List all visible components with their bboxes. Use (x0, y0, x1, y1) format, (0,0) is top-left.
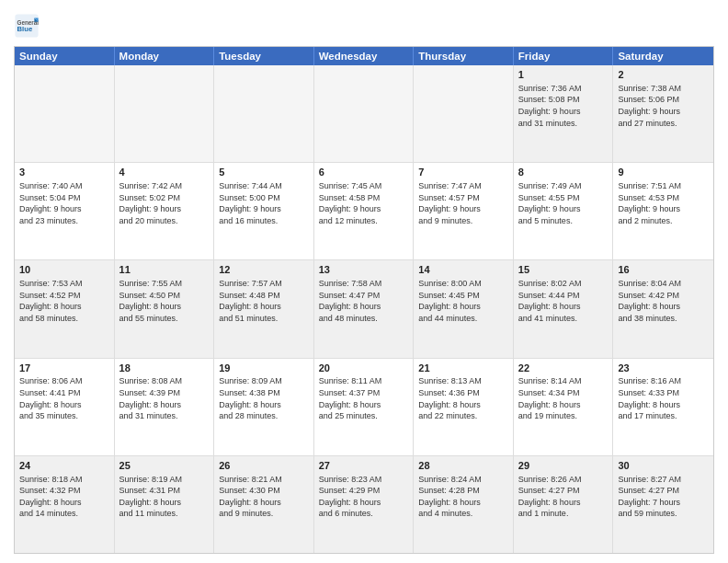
cell-info: Sunrise: 7:36 AM Sunset: 5:08 PM Dayligh… (518, 83, 609, 129)
day-number: 14 (418, 263, 508, 277)
calendar-cell-11: 11Sunrise: 7:55 AM Sunset: 4:50 PM Dayli… (115, 260, 215, 357)
calendar-cell-empty-0-0 (15, 65, 115, 162)
calendar-cell-empty-0-3 (314, 65, 415, 162)
header-day-tuesday: Tuesday (214, 47, 314, 65)
cell-info: Sunrise: 8:16 AM Sunset: 4:33 PM Dayligh… (618, 375, 709, 421)
calendar-cell-4: 4Sunrise: 7:42 AM Sunset: 5:02 PM Daylig… (115, 163, 215, 259)
day-number: 2 (618, 68, 709, 82)
calendar-cell-28: 28Sunrise: 8:24 AM Sunset: 4:28 PM Dayli… (414, 456, 514, 553)
cell-info: Sunrise: 7:49 AM Sunset: 4:55 PM Dayligh… (518, 180, 609, 226)
cell-info: Sunrise: 8:14 AM Sunset: 4:34 PM Dayligh… (518, 375, 609, 421)
day-number: 15 (518, 263, 609, 277)
calendar-cell-30: 30Sunrise: 8:27 AM Sunset: 4:27 PM Dayli… (613, 456, 713, 553)
cell-info: Sunrise: 8:21 AM Sunset: 4:30 PM Dayligh… (219, 474, 309, 520)
calendar-cell-26: 26Sunrise: 8:21 AM Sunset: 4:30 PM Dayli… (214, 456, 314, 553)
header-day-thursday: Thursday (414, 47, 514, 65)
day-number: 30 (618, 459, 709, 473)
day-number: 27 (319, 459, 409, 473)
header-day-wednesday: Wednesday (314, 47, 415, 65)
cell-info: Sunrise: 8:08 AM Sunset: 4:39 PM Dayligh… (119, 375, 210, 421)
cell-info: Sunrise: 7:58 AM Sunset: 4:47 PM Dayligh… (319, 278, 409, 324)
cell-info: Sunrise: 8:24 AM Sunset: 4:28 PM Dayligh… (418, 474, 508, 520)
calendar-cell-19: 19Sunrise: 8:09 AM Sunset: 4:38 PM Dayli… (214, 359, 314, 455)
calendar-cell-25: 25Sunrise: 8:19 AM Sunset: 4:31 PM Dayli… (115, 456, 215, 553)
cell-info: Sunrise: 8:11 AM Sunset: 4:37 PM Dayligh… (319, 375, 409, 421)
cell-info: Sunrise: 8:23 AM Sunset: 4:29 PM Dayligh… (319, 474, 409, 520)
cell-info: Sunrise: 8:00 AM Sunset: 4:45 PM Dayligh… (418, 278, 508, 324)
day-number: 10 (19, 263, 109, 277)
day-number: 21 (418, 362, 508, 375)
calendar-cell-29: 29Sunrise: 8:26 AM Sunset: 4:27 PM Dayli… (514, 456, 614, 553)
calendar: SundayMondayTuesdayWednesdayThursdayFrid… (14, 46, 714, 554)
calendar-cell-7: 7Sunrise: 7:47 AM Sunset: 4:57 PM Daylig… (414, 163, 514, 259)
logo-icon: General Blue (14, 13, 40, 39)
cell-info: Sunrise: 7:44 AM Sunset: 5:00 PM Dayligh… (219, 180, 309, 226)
day-number: 25 (119, 459, 210, 473)
calendar-cell-13: 13Sunrise: 7:58 AM Sunset: 4:47 PM Dayli… (314, 260, 415, 357)
logo: General Blue (14, 13, 43, 39)
calendar-cell-24: 24Sunrise: 8:18 AM Sunset: 4:32 PM Dayli… (15, 456, 115, 553)
cell-info: Sunrise: 7:45 AM Sunset: 4:58 PM Dayligh… (319, 180, 409, 226)
cell-info: Sunrise: 7:55 AM Sunset: 4:50 PM Dayligh… (119, 278, 210, 324)
calendar-cell-15: 15Sunrise: 8:02 AM Sunset: 4:44 PM Dayli… (514, 260, 614, 357)
day-number: 9 (618, 166, 709, 179)
day-number: 8 (518, 166, 609, 179)
calendar-cell-18: 18Sunrise: 8:08 AM Sunset: 4:39 PM Dayli… (115, 359, 215, 455)
calendar-cell-21: 21Sunrise: 8:13 AM Sunset: 4:36 PM Dayli… (414, 359, 514, 455)
calendar-body: 1Sunrise: 7:36 AM Sunset: 5:08 PM Daylig… (15, 65, 713, 553)
day-number: 28 (418, 459, 508, 473)
cell-info: Sunrise: 7:42 AM Sunset: 5:02 PM Dayligh… (119, 180, 210, 226)
calendar-cell-23: 23Sunrise: 8:16 AM Sunset: 4:33 PM Dayli… (613, 359, 713, 455)
header-day-saturday: Saturday (613, 47, 713, 65)
calendar-cell-16: 16Sunrise: 8:04 AM Sunset: 4:42 PM Dayli… (613, 260, 713, 357)
day-number: 3 (19, 166, 109, 179)
calendar-cell-2: 2Sunrise: 7:38 AM Sunset: 5:06 PM Daylig… (613, 65, 713, 162)
calendar-cell-20: 20Sunrise: 8:11 AM Sunset: 4:37 PM Dayli… (314, 359, 415, 455)
cell-info: Sunrise: 8:26 AM Sunset: 4:27 PM Dayligh… (518, 474, 609, 520)
day-number: 6 (319, 166, 409, 179)
cell-info: Sunrise: 8:04 AM Sunset: 4:42 PM Dayligh… (618, 278, 709, 324)
cell-info: Sunrise: 8:02 AM Sunset: 4:44 PM Dayligh… (518, 278, 609, 324)
day-number: 5 (219, 166, 309, 179)
calendar-cell-empty-0-2 (214, 65, 314, 162)
day-number: 24 (19, 459, 109, 473)
day-number: 18 (119, 362, 210, 375)
calendar-cell-empty-0-1 (115, 65, 215, 162)
calendar-row-0: 1Sunrise: 7:36 AM Sunset: 5:08 PM Daylig… (15, 65, 713, 162)
calendar-cell-27: 27Sunrise: 8:23 AM Sunset: 4:29 PM Dayli… (314, 456, 415, 553)
cell-info: Sunrise: 7:40 AM Sunset: 5:04 PM Dayligh… (19, 180, 109, 226)
day-number: 29 (518, 459, 609, 473)
cell-info: Sunrise: 7:51 AM Sunset: 4:53 PM Dayligh… (618, 180, 709, 226)
day-number: 13 (319, 263, 409, 277)
day-number: 4 (119, 166, 210, 179)
calendar-cell-8: 8Sunrise: 7:49 AM Sunset: 4:55 PM Daylig… (514, 163, 614, 259)
calendar-cell-12: 12Sunrise: 7:57 AM Sunset: 4:48 PM Dayli… (214, 260, 314, 357)
day-number: 17 (19, 362, 109, 375)
day-number: 22 (518, 362, 609, 375)
calendar-header: SundayMondayTuesdayWednesdayThursdayFrid… (15, 47, 713, 65)
header-day-monday: Monday (115, 47, 215, 65)
day-number: 11 (119, 263, 210, 277)
calendar-cell-empty-0-4 (414, 65, 514, 162)
calendar-row-3: 17Sunrise: 8:06 AM Sunset: 4:41 PM Dayli… (15, 358, 713, 455)
calendar-row-1: 3Sunrise: 7:40 AM Sunset: 5:04 PM Daylig… (15, 162, 713, 259)
cell-info: Sunrise: 8:19 AM Sunset: 4:31 PM Dayligh… (119, 474, 210, 520)
calendar-cell-3: 3Sunrise: 7:40 AM Sunset: 5:04 PM Daylig… (15, 163, 115, 259)
header-day-friday: Friday (514, 47, 614, 65)
calendar-cell-17: 17Sunrise: 8:06 AM Sunset: 4:41 PM Dayli… (15, 359, 115, 455)
calendar-cell-9: 9Sunrise: 7:51 AM Sunset: 4:53 PM Daylig… (613, 163, 713, 259)
cell-info: Sunrise: 8:13 AM Sunset: 4:36 PM Dayligh… (418, 375, 508, 421)
cell-info: Sunrise: 7:47 AM Sunset: 4:57 PM Dayligh… (418, 180, 508, 226)
day-number: 20 (319, 362, 409, 375)
cell-info: Sunrise: 7:38 AM Sunset: 5:06 PM Dayligh… (618, 83, 709, 129)
cell-info: Sunrise: 8:18 AM Sunset: 4:32 PM Dayligh… (19, 474, 109, 520)
day-number: 7 (418, 166, 508, 179)
cell-info: Sunrise: 7:53 AM Sunset: 4:52 PM Dayligh… (19, 278, 109, 324)
calendar-cell-22: 22Sunrise: 8:14 AM Sunset: 4:34 PM Dayli… (514, 359, 614, 455)
calendar-cell-10: 10Sunrise: 7:53 AM Sunset: 4:52 PM Dayli… (15, 260, 115, 357)
day-number: 16 (618, 263, 709, 277)
calendar-cell-5: 5Sunrise: 7:44 AM Sunset: 5:00 PM Daylig… (214, 163, 314, 259)
day-number: 12 (219, 263, 309, 277)
calendar-row-2: 10Sunrise: 7:53 AM Sunset: 4:52 PM Dayli… (15, 259, 713, 357)
cell-info: Sunrise: 8:09 AM Sunset: 4:38 PM Dayligh… (219, 375, 309, 421)
